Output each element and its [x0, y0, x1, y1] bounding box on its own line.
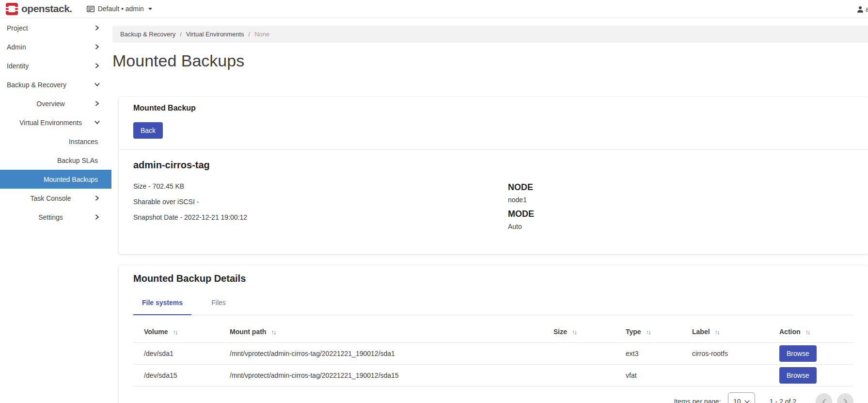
openstack-logo-icon	[6, 3, 18, 15]
chevron-right-icon	[95, 44, 100, 49]
user-icon	[857, 6, 864, 13]
sort-icon[interactable]: ↑↓	[572, 328, 576, 336]
sidebar-item-mounted-backups[interactable]: Mounted Backups	[0, 170, 111, 189]
items-per-page-select[interactable]: 10	[728, 392, 755, 403]
column-header-volume: Volume↑↓	[133, 315, 219, 343]
mode-value: Auto	[508, 223, 534, 230]
mounted-backup-details-card: Mounted Backup Details File systems File…	[119, 265, 868, 403]
domain-icon	[87, 6, 95, 12]
cell-label: cirros-rootfs	[681, 343, 769, 365]
previous-page-button[interactable]	[816, 393, 832, 403]
main-content: Backup & Recovery / Virtual Environments…	[111, 18, 868, 403]
breadcrumb-backup-recovery[interactable]: Backup & Recovery	[120, 31, 175, 38]
tab-file-systems[interactable]: File systems	[133, 292, 191, 315]
chevron-right-icon	[95, 101, 100, 106]
sidebar-item-project[interactable]: Project	[0, 18, 111, 37]
cell-size	[543, 343, 615, 365]
node-value: node1	[508, 196, 534, 204]
user-name: admin	[866, 5, 868, 13]
pagination: Items per page: 10 1 - 2 of 2	[133, 387, 853, 403]
sidebar-item-overview[interactable]: Overview	[0, 94, 111, 113]
card-divider	[119, 149, 868, 150]
domain-switcher-label: Default • admin	[98, 5, 144, 13]
cell-type: vfat	[615, 365, 681, 387]
table-header-row: Volume↑↓ Mount path↑↓ Size↑↓ Type↑↓ Labe…	[133, 315, 853, 343]
chevron-right-icon	[95, 63, 100, 68]
cell-size	[543, 365, 615, 387]
sidebar-item-settings[interactable]: Settings	[0, 208, 111, 226]
breadcrumb-current: None	[254, 31, 269, 38]
tabs: File systems Files	[133, 292, 853, 315]
details-card-title: Mounted Backup Details	[133, 273, 853, 284]
sidebar-item-instances[interactable]: Instances	[0, 132, 111, 151]
backup-name: admin-cirros-tag	[133, 160, 853, 171]
tab-files[interactable]: Files	[191, 292, 246, 315]
chevron-down-icon	[95, 82, 100, 87]
page-title: Mounted Backups	[112, 50, 868, 71]
domain-switcher[interactable]: Default • admin	[87, 5, 152, 13]
mounted-backup-card: Mounted Backup Back admin-cirros-tag Siz…	[119, 97, 868, 254]
caret-down-icon	[148, 8, 152, 10]
node-label: NODE	[508, 182, 534, 193]
sort-icon[interactable]: ↑↓	[173, 328, 177, 336]
sort-icon[interactable]: ↑↓	[271, 328, 275, 336]
next-page-button[interactable]	[837, 393, 853, 403]
chevron-down-icon	[95, 120, 100, 125]
table-row: /dev/sda1 /mnt/vprotect/admin-cirros-tag…	[133, 343, 853, 365]
breadcrumb-separator: /	[180, 31, 182, 38]
column-header-type: Type↑↓	[615, 315, 681, 343]
column-header-action: Action↑↓	[769, 315, 853, 343]
items-per-page-label: Items per page:	[674, 398, 721, 403]
cell-mount-path: /mnt/vprotect/admin-cirros-tag/20221221_…	[219, 365, 543, 387]
backup-snapshot-date: Snapshot Date - 2022-12-21 19:00:12	[133, 213, 508, 222]
column-header-mount-path: Mount path↑↓	[219, 315, 543, 343]
column-header-label: Label↑↓	[681, 315, 769, 343]
top-bar: openstack. Default • admin admin	[0, 0, 868, 18]
cell-volume: /dev/sda1	[133, 343, 219, 365]
mounted-backup-card-title: Mounted Backup	[133, 104, 853, 113]
breadcrumb-separator: /	[249, 31, 251, 38]
file-systems-table: Volume↑↓ Mount path↑↓ Size↑↓ Type↑↓ Labe…	[133, 315, 853, 387]
chevron-right-icon	[95, 214, 100, 220]
sidebar-item-backup-recovery[interactable]: Backup & Recovery	[0, 75, 111, 94]
sidebar-item-admin[interactable]: Admin	[0, 37, 111, 56]
mode-label: MODE	[508, 209, 534, 219]
sidebar: Project Admin Identity Backup & Recovery…	[0, 18, 111, 403]
cell-mount-path: /mnt/vprotect/admin-cirros-tag/20221221_…	[219, 343, 543, 365]
browse-button[interactable]: Browse	[779, 345, 817, 362]
brand-wordmark: openstack.	[21, 3, 72, 15]
table-row: /dev/sda15 /mnt/vprotect/admin-cirros-ta…	[133, 365, 853, 387]
chevron-right-icon	[95, 195, 100, 201]
breadcrumb-virtual-environments[interactable]: Virtual Environments	[186, 31, 244, 38]
sort-icon[interactable]: ↑↓	[715, 328, 719, 336]
sidebar-item-virtual-environments[interactable]: Virtual Environments	[0, 113, 111, 132]
breadcrumb: Backup & Recovery / Virtual Environments…	[112, 26, 868, 43]
backup-sharable: Sharable over iSCSI -	[133, 198, 508, 206]
backup-info-right: NODE node1 MODE Auto	[508, 182, 534, 236]
sidebar-item-task-console[interactable]: Task Console	[0, 189, 111, 208]
cell-type: ext3	[615, 343, 681, 365]
backup-size: Size - 702.45 KB	[133, 182, 508, 191]
backup-info-left: Size - 702.45 KB Sharable over iSCSI - S…	[133, 182, 508, 236]
browse-button[interactable]: Browse	[779, 367, 817, 384]
chevron-down-icon	[744, 400, 750, 403]
user-menu[interactable]: admin	[857, 0, 868, 18]
items-per-page-value: 10	[733, 398, 741, 403]
pagination-range: 1 - 2 of 2	[770, 398, 796, 403]
sidebar-item-identity[interactable]: Identity	[0, 56, 111, 75]
sort-icon[interactable]: ↑↓	[805, 328, 810, 336]
column-header-size: Size↑↓	[543, 315, 615, 343]
cell-volume: /dev/sda15	[133, 365, 219, 387]
cell-label	[681, 365, 769, 387]
openstack-logo[interactable]: openstack.	[6, 3, 72, 15]
back-button[interactable]: Back	[133, 122, 163, 139]
sidebar-item-backup-slas[interactable]: Backup SLAs	[0, 151, 111, 170]
chevron-right-icon	[95, 25, 100, 31]
sort-icon[interactable]: ↑↓	[646, 328, 650, 336]
